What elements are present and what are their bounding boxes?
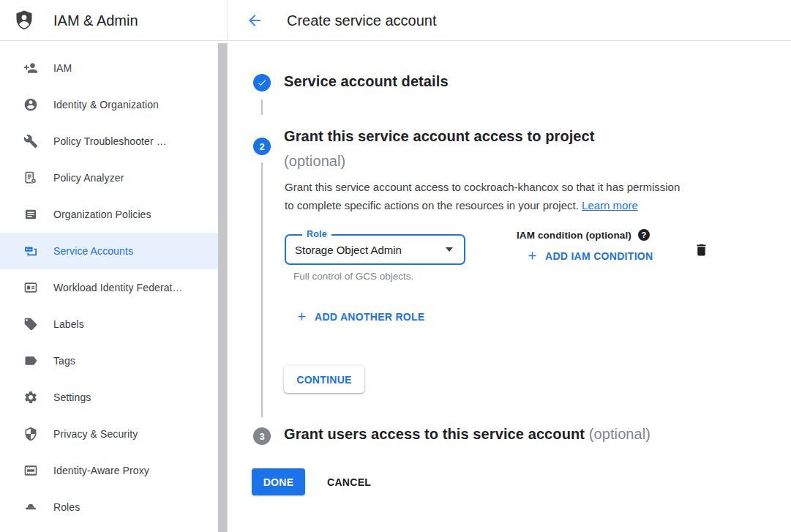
- iam-condition-header: IAM condition (optional) ?: [517, 229, 650, 241]
- sidebar-item-label: Tags: [53, 355, 75, 367]
- sidebar-scrollbar[interactable]: [218, 43, 227, 532]
- proxy-icon: [23, 463, 38, 478]
- sidebar-item-iam[interactable]: IAM: [0, 50, 227, 86]
- step1-complete-check-icon: [253, 74, 271, 91]
- back-arrow-icon[interactable]: [244, 10, 265, 31]
- step3-heading: Grant users access to this service accou…: [284, 426, 651, 443]
- sidebar-item-identity-aware-proxy[interactable]: Identity-Aware Proxy: [0, 452, 227, 489]
- add-another-role-label: ADD ANOTHER ROLE: [315, 311, 425, 323]
- done-button[interactable]: DONE: [252, 468, 305, 495]
- sidebar-item-workload-identity-federation[interactable]: Workload Identity Federat…: [0, 269, 227, 306]
- iam-shield-logo-icon: [13, 9, 35, 32]
- sidebar-item-tags[interactable]: Tags: [0, 342, 227, 379]
- sidebar-item-label: Identity-Aware Proxy: [53, 465, 149, 476]
- plus-icon: [296, 310, 308, 323]
- step2-heading: Grant this service account access to pro…: [284, 124, 723, 173]
- sidebar-item-label: Policy Troubleshooter …: [53, 135, 167, 147]
- badge-icon: [23, 280, 38, 295]
- sidebar-item-label: IAM: [53, 62, 72, 74]
- sidebar-item-label: Settings: [53, 391, 91, 403]
- sidebar-item-settings[interactable]: Settings: [0, 379, 227, 416]
- list-document-icon: [23, 207, 38, 222]
- add-another-role-button[interactable]: ADD ANOTHER ROLE: [296, 310, 425, 323]
- shield-icon: [23, 427, 38, 441]
- hat-icon: [23, 500, 38, 514]
- service-account-icon: [23, 244, 38, 258]
- step2-description: Grant this service account access to coc…: [285, 178, 738, 214]
- continue-button[interactable]: CONTINUE: [284, 366, 364, 393]
- sidebar-nav: IAM Identity & Organization Policy Troub…: [0, 42, 228, 532]
- step2-number-badge: 2: [253, 138, 271, 155]
- sidebar-item-privacy-security[interactable]: Privacy & Security: [0, 416, 227, 452]
- role-dropdown[interactable]: Role Storage Object Admin: [285, 234, 465, 265]
- role-selected-value: Storage Object Admin: [295, 236, 402, 263]
- step3-number-badge: 3: [253, 427, 271, 445]
- dropdown-caret-icon: [446, 247, 453, 252]
- sidebar-item-label: Privacy & Security: [53, 428, 138, 440]
- step-connector: [261, 100, 263, 115]
- step2-number: 2: [259, 141, 264, 152]
- description-line2: to complete specific actions on the reso…: [285, 196, 738, 214]
- sidebar-item-labels[interactable]: Labels: [0, 306, 227, 342]
- help-icon[interactable]: ?: [638, 229, 650, 241]
- sidebar-item-label: Labels: [53, 318, 84, 330]
- sidebar-item-label: Service Accounts: [53, 245, 133, 257]
- sidebar-item-policy-troubleshooter[interactable]: Policy Troubleshooter …: [0, 123, 227, 160]
- price-tag-icon: [23, 317, 38, 331]
- trash-icon: [694, 242, 709, 258]
- app-header: IAM & Admin Create service account: [0, 0, 791, 41]
- step3-number: 3: [259, 431, 264, 442]
- step3-optional-label: (optional): [589, 426, 651, 442]
- role-helper-text: Full control of GCS objects.: [293, 271, 413, 282]
- description-line1: Grant this service account access to coc…: [285, 178, 738, 196]
- sidebar-item-label: Policy Analyzer: [53, 172, 124, 184]
- product-header: IAM & Admin: [0, 0, 228, 41]
- sidebar-item-label: Organization Policies: [53, 209, 151, 220]
- product-title: IAM & Admin: [53, 12, 138, 29]
- sidebar-item-label: Workload Identity Federat…: [53, 282, 183, 293]
- delete-role-button[interactable]: [692, 241, 710, 258]
- sidebar-item-identity-organization[interactable]: Identity & Organization: [0, 86, 227, 123]
- add-iam-condition-label: ADD IAM CONDITION: [545, 250, 653, 262]
- sidebar-item-policy-analyzer[interactable]: Policy Analyzer: [0, 160, 227, 196]
- sidebar-item-label: Identity & Organization: [53, 99, 159, 110]
- tag-arrow-icon: [23, 353, 38, 368]
- learn-more-link[interactable]: Learn more: [582, 199, 638, 211]
- step1-title: Service account details: [284, 73, 449, 90]
- document-gear-icon: [23, 171, 38, 185]
- step2-title: Grant this service account access to pro…: [284, 124, 723, 149]
- sidebar-item-organization-policies[interactable]: Organization Policies: [0, 196, 227, 233]
- step3-title: Grant users access to this service accou…: [284, 426, 585, 442]
- person-add-icon: [23, 61, 38, 75]
- plus-icon: [526, 250, 539, 262]
- gear-icon: [23, 390, 38, 405]
- step2-optional-label: (optional): [284, 149, 723, 173]
- account-circle-icon: [23, 97, 38, 112]
- page-title: Create service account: [287, 0, 437, 41]
- sidebar-item-service-accounts[interactable]: Service Accounts: [0, 233, 227, 269]
- sidebar-item-label: Roles: [53, 501, 80, 513]
- step-connector: [261, 162, 263, 417]
- iam-condition-label: IAM condition (optional): [517, 230, 631, 241]
- description-line2-text: to complete specific actions on the reso…: [285, 199, 579, 211]
- add-iam-condition-button[interactable]: ADD IAM CONDITION: [526, 250, 653, 262]
- cancel-button[interactable]: CANCEL: [320, 468, 378, 495]
- wrench-icon: [23, 134, 38, 149]
- sidebar-item-roles[interactable]: Roles: [0, 489, 227, 525]
